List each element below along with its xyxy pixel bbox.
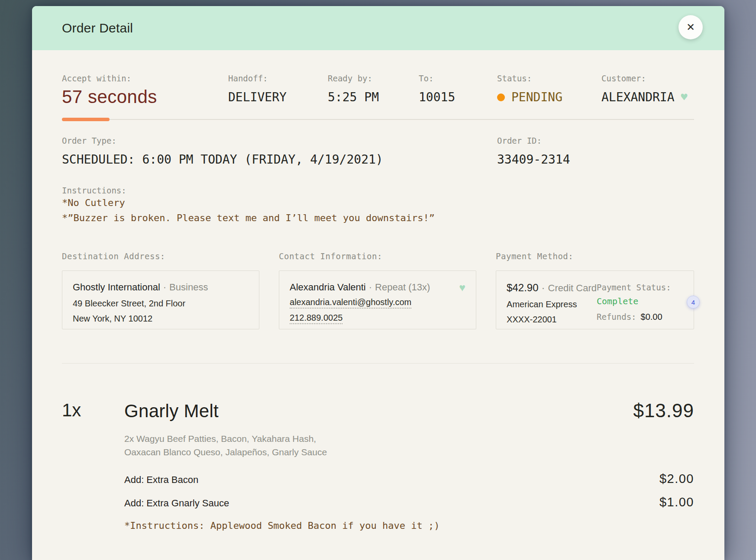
item-quantity: 1x [62, 400, 124, 531]
heart-icon: ♥ [681, 92, 688, 103]
contact-email-link[interactable]: alexandria.valenti@ghostly.com [290, 297, 411, 309]
contact-title: Alexandria Valenti·Repeat (13x) [290, 282, 465, 293]
dot-separator-icon: · [366, 282, 375, 293]
handoff-label: Handoff: [228, 74, 328, 83]
instructions-line: *”Buzzer is broken. Please text me and I… [62, 210, 694, 225]
status-value: PENDING [511, 90, 562, 104]
order-id-field: Order ID: 33409-2314 [497, 136, 570, 167]
destination-title: Ghostly International·Business [73, 282, 249, 293]
item-title-row: Gnarly Melt $13.99 [124, 400, 694, 422]
customer-value-row: ALEXANDRIA ♥ [601, 90, 694, 104]
dot-separator-icon: · [160, 282, 169, 293]
order-item: 1x Gnarly Melt $13.99 2x Wagyu Beef Patt… [62, 400, 694, 531]
destination-name: Ghostly International [73, 282, 160, 293]
handoff-value: DELIVERY [228, 90, 328, 104]
handoff-field: Handoff: DELIVERY [228, 74, 328, 104]
payment-status-label: Payment Status: [597, 283, 683, 292]
customer-field: Customer: ALEXANDRIA ♥ [601, 74, 694, 104]
destination-tag: Business [169, 282, 208, 293]
payment-status-value: Complete [597, 296, 683, 306]
payment-amount: $42.90 [507, 282, 538, 293]
order-type-field: Order Type: SCHEDULED: 6:00 PM TODAY (FR… [62, 136, 497, 167]
customer-value: ALEXANDRIA [601, 90, 675, 104]
refunds-label: Refunds: [597, 312, 636, 322]
contact-card: Alexandria Valenti·Repeat (13x) ♥ alexan… [279, 270, 476, 329]
item-description: 2x Wagyu Beef Patties, Bacon, Yakahara H… [124, 432, 694, 459]
payment-card-number: XXXX-22001 [507, 313, 597, 325]
customer-label: Customer: [601, 74, 694, 83]
addon-label: Add: Extra Bacon [124, 474, 198, 486]
item-addon-row: Add: Extra Bacon $2.00 [124, 472, 694, 486]
annotation-badge: 4 [687, 296, 700, 309]
status-dot-icon [497, 93, 505, 101]
item-description-line: 2x Wagyu Beef Patties, Bacon, Yakahara H… [124, 432, 694, 445]
payment-label: Payment Method: [496, 251, 694, 261]
order-meta-row: Accept within: 57 seconds Handoff: DELIV… [62, 74, 694, 107]
accept-progress-fill [62, 118, 110, 121]
page-title: Order Detail [62, 21, 133, 35]
payment-status-column: Payment Status: Complete Refunds: $0.00 [597, 282, 683, 325]
addon-label: Add: Extra Gnarly Sauce [124, 498, 229, 509]
dot-separator-icon: · [539, 282, 548, 293]
accept-countdown-value: 57 seconds [62, 87, 228, 107]
payment-method: Credit Card [548, 283, 597, 293]
status-badge: PENDING [497, 90, 601, 104]
item-body: Gnarly Melt $13.99 2x Wagyu Beef Patties… [124, 400, 694, 531]
order-instructions: Instructions: *No Cutlery *”Buzzer is br… [62, 186, 694, 225]
item-price: $13.99 [633, 400, 694, 422]
accept-within-label: Accept within: [62, 74, 228, 83]
ready-by-value: 5:25 PM [328, 90, 419, 104]
accept-progress-bar [62, 118, 694, 121]
destination-street: 49 Bleecker Street, 2nd Floor [73, 297, 249, 309]
order-type-label: Order Type: [62, 136, 497, 145]
modal-header: Order Detail ✕ [32, 6, 724, 50]
ready-by-field: Ready by: 5:25 PM [328, 74, 419, 104]
to-zip-value: 10015 [419, 90, 497, 104]
payment-provider: American Express [507, 298, 597, 310]
close-button[interactable]: ✕ [678, 15, 703, 39]
contact-email-row: alexandria.valenti@ghostly.com [290, 293, 465, 309]
order-type-row: Order Type: SCHEDULED: 6:00 PM TODAY (FR… [62, 136, 694, 167]
instructions-line: *No Cutlery [62, 195, 694, 210]
destination-label: Destination Address: [62, 251, 259, 261]
item-instructions-note: *Instructions: Applewood Smoked Bacon if… [124, 520, 694, 531]
contact-section: Contact Information: Alexandria Valenti·… [279, 251, 476, 329]
payment-card: $42.90·Credit Card American Express XXXX… [496, 270, 694, 329]
payment-columns: $42.90·Credit Card American Express XXXX… [507, 282, 683, 325]
addon-price: $2.00 [659, 472, 694, 486]
instructions-label: Instructions: [62, 186, 694, 195]
item-description-line: Oaxacan Blanco Queso, Jalapeños, Gnarly … [124, 445, 694, 459]
modal-content: Accept within: 57 seconds Handoff: DELIV… [32, 50, 724, 531]
order-type-value: SCHEDULED: 6:00 PM TODAY (FRIDAY, 4/19/2… [62, 152, 497, 167]
refunds-row: Refunds: $0.00 [597, 312, 683, 322]
info-cards-row: Destination Address: Ghostly Internation… [62, 251, 694, 329]
heart-icon: ♥ [459, 282, 465, 293]
destination-card: Ghostly International·Business 49 Bleeck… [62, 270, 259, 329]
to-zip-label: To: [419, 74, 497, 83]
destination-section: Destination Address: Ghostly Internation… [62, 251, 259, 329]
contact-phone-link[interactable]: 212.889.0025 [290, 312, 342, 324]
refunds-value: $0.00 [641, 312, 662, 322]
close-icon: ✕ [686, 22, 695, 32]
accept-within-field: Accept within: 57 seconds [62, 74, 228, 107]
payment-method-column: $42.90·Credit Card American Express XXXX… [507, 282, 597, 325]
section-divider [62, 363, 694, 364]
contact-label: Contact Information: [279, 251, 476, 261]
contact-repeat-tag: Repeat (13x) [375, 282, 430, 293]
payment-section: Payment Method: $42.90·Credit Card Ameri… [496, 251, 694, 329]
status-field: Status: PENDING [497, 74, 601, 104]
destination-city: New York, NY 10012 [73, 312, 249, 325]
item-name: Gnarly Melt [124, 401, 219, 422]
order-detail-modal: Order Detail ✕ Accept within: 57 seconds… [32, 6, 724, 560]
contact-phone-row: 212.889.0025 [290, 309, 465, 324]
order-id-label: Order ID: [497, 136, 570, 145]
order-id-value: 33409-2314 [497, 152, 570, 167]
payment-amount-row: $42.90·Credit Card [507, 282, 597, 294]
ready-by-label: Ready by: [328, 74, 419, 83]
status-label: Status: [497, 74, 601, 83]
addon-price: $1.00 [659, 495, 694, 509]
item-addon-row: Add: Extra Gnarly Sauce $1.00 [124, 495, 694, 509]
to-zip-field: To: 10015 [419, 74, 497, 104]
contact-name: Alexandria Valenti [290, 282, 366, 293]
